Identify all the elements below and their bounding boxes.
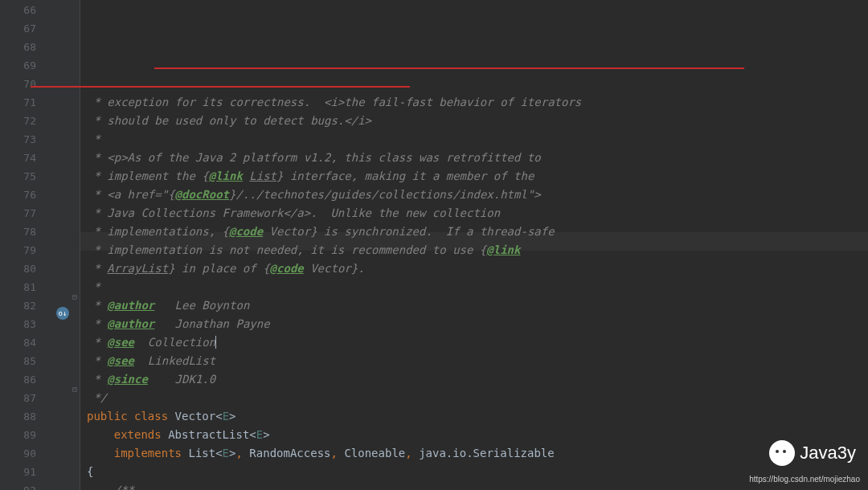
fold-icon[interactable]: ⊟ bbox=[72, 288, 77, 306]
code-area[interactable]: * exception for its correctness. <i>the … bbox=[80, 0, 868, 490]
line-number-gutter: 6667686970717273747576777879808182838485… bbox=[0, 0, 44, 490]
gutter-marks: o↓ ⊟ ⊟ bbox=[44, 0, 80, 490]
annotation-underline bbox=[154, 67, 744, 69]
code-editor[interactable]: 6667686970717273747576777879808182838485… bbox=[0, 0, 868, 490]
fold-icon[interactable]: ⊟ bbox=[72, 380, 77, 398]
override-gutter-icon[interactable]: o↓ bbox=[56, 307, 69, 320]
annotation-underline bbox=[31, 86, 410, 88]
